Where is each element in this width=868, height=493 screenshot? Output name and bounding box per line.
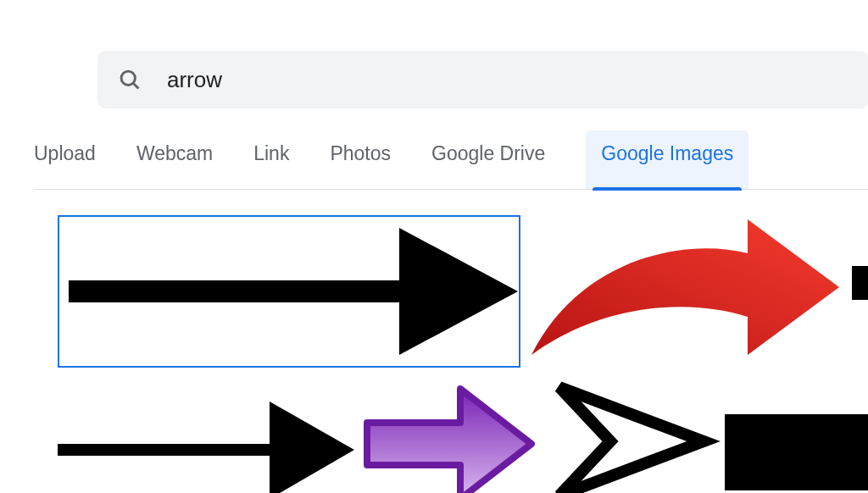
search-bar[interactable] bbox=[97, 51, 868, 108]
result-thin-black-arrow[interactable] bbox=[58, 380, 354, 493]
result-straight-black-arrow[interactable] bbox=[58, 215, 520, 368]
svg-marker-3 bbox=[399, 228, 518, 355]
tab-google-images[interactable]: Google Images bbox=[586, 130, 748, 189]
tab-webcam[interactable]: Webcam bbox=[136, 142, 213, 189]
svg-point-0 bbox=[121, 71, 135, 85]
result-outline-arrowhead[interactable] bbox=[542, 380, 721, 493]
svg-marker-5 bbox=[270, 402, 354, 493]
result-purple-arrow[interactable] bbox=[360, 380, 538, 493]
search-input[interactable] bbox=[167, 67, 849, 93]
result-red-curved-arrow[interactable] bbox=[527, 215, 849, 368]
tab-google-drive[interactable]: Google Drive bbox=[431, 142, 545, 189]
tab-photos[interactable]: Photos bbox=[330, 142, 391, 189]
image-results bbox=[0, 215, 868, 493]
tab-upload[interactable]: Upload bbox=[34, 142, 96, 189]
source-tabs: Upload Webcam Link Photos Google Drive G… bbox=[34, 142, 868, 190]
search-icon bbox=[118, 68, 142, 91]
result-black-rectangle[interactable] bbox=[725, 414, 868, 490]
svg-line-1 bbox=[134, 84, 139, 89]
tab-link[interactable]: Link bbox=[253, 142, 289, 189]
result-black-fragment[interactable] bbox=[852, 266, 868, 300]
